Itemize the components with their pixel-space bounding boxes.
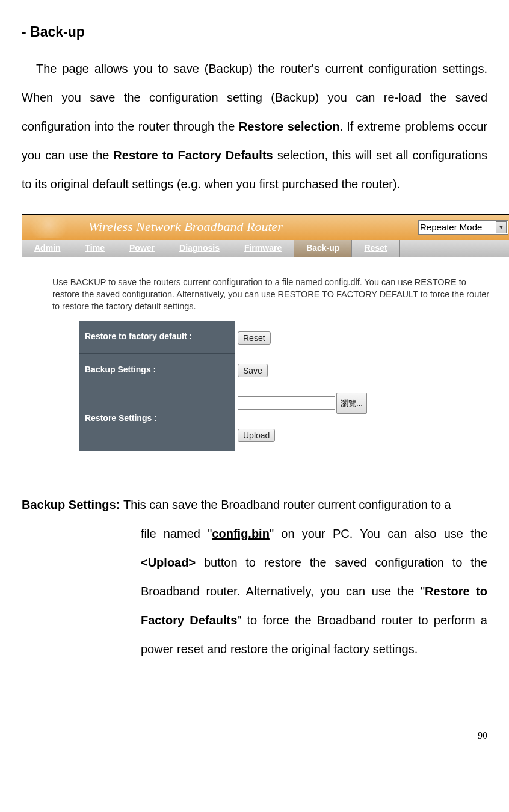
- router-titlebar: Wireless Network Broadband Router Repeat…: [22, 215, 509, 240]
- page-footer: 90: [22, 724, 487, 747]
- def-upload: <Upload>: [141, 556, 196, 569]
- def-b: " on your PC. You can also use the: [270, 527, 487, 540]
- chevron-down-icon: ▼: [496, 221, 507, 233]
- file-input[interactable]: [238, 396, 335, 410]
- page-number: 90: [478, 730, 487, 740]
- settings-table: Restore to factory default : Reset Backu…: [79, 321, 369, 451]
- definition-block: Backup Settings: This can save the Broad…: [22, 490, 487, 663]
- def-label: Backup Settings:: [22, 498, 123, 511]
- upload-button[interactable]: Upload: [238, 429, 275, 442]
- mode-select-value: Repeater Mode: [420, 217, 482, 238]
- def-line1: This can save the Broadband router curre…: [123, 498, 451, 511]
- row-factory: Restore to factory default : Reset: [79, 321, 369, 353]
- section-heading: - Back-up: [22, 24, 487, 41]
- browse-button[interactable]: 瀏覽...: [336, 393, 367, 414]
- def-body: file named "config.bin" on your PC. You …: [141, 519, 487, 663]
- intro-paragraph: The page allows you to save (Backup) the…: [22, 54, 487, 198]
- factory-label: Restore to factory default :: [79, 321, 235, 353]
- row-backup: Backup Settings : Save: [79, 353, 369, 386]
- def-config: config.bin: [212, 527, 270, 540]
- tab-admin[interactable]: Admin: [22, 240, 73, 257]
- router-screenshot: Wireless Network Broadband Router Repeat…: [22, 214, 509, 466]
- router-title: Wireless Network Broadband Router: [88, 211, 418, 243]
- save-button[interactable]: Save: [238, 364, 268, 377]
- restore-label: Restore Settings :: [79, 386, 235, 451]
- intro-bold-2: Restore to Factory Defaults: [113, 149, 273, 162]
- def-a: file named ": [141, 527, 212, 540]
- backup-label: Backup Settings :: [79, 353, 235, 386]
- reset-button[interactable]: Reset: [238, 331, 271, 345]
- intro-bold-1: Restore selection: [239, 120, 340, 133]
- mode-select[interactable]: Repeater Mode ▼: [418, 220, 508, 235]
- router-content: Use BACKUP to save the routers current c…: [22, 257, 509, 466]
- router-desc: Use BACKUP to save the routers current c…: [52, 276, 494, 313]
- row-restore: Restore Settings : 瀏覽...: [79, 386, 369, 418]
